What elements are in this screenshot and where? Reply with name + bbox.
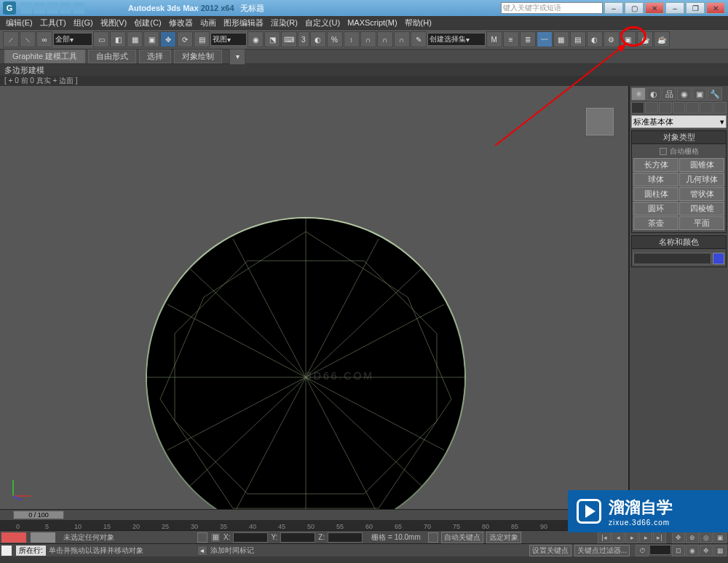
menu-help[interactable]: 帮助(H) [402,17,435,28]
menu-maxscript[interactable]: MAXScript(M) [344,18,400,27]
cylinder-button[interactable]: 圆柱体 [633,187,678,201]
goto-start-icon[interactable]: |◂ [598,532,611,543]
selection-filter-dropdown[interactable]: 全部▾ [53,33,92,46]
cameras-subtab-icon[interactable] [673,102,686,114]
object-name-input[interactable] [633,253,711,264]
z-input[interactable] [328,532,363,543]
geometry-subtab-icon[interactable] [631,102,644,114]
snap-percent-icon[interactable]: % [327,31,343,47]
select-region-icon[interactable]: ▦ [127,31,143,47]
minimize-button[interactable]: – [604,2,623,14]
rollout-name-color[interactable]: 名称和颜色 [631,235,727,249]
qat-undo-icon[interactable] [60,2,71,14]
render-setup-icon[interactable]: ⚙ [604,31,620,47]
coord-mode-icon[interactable]: ⊞ [210,532,221,543]
lights-subtab-icon[interactable] [659,102,672,114]
selection-set-label[interactable]: 选定对象 [486,532,521,543]
menu-render[interactable]: 渲染(R) [268,17,301,28]
ribbon-tab-freeform[interactable]: 自由形式 [88,50,136,63]
magnet-2-icon[interactable]: ∩ [377,31,393,47]
add-time-tag[interactable]: 添加时间标记 [210,546,254,556]
time-slider-thumb[interactable]: 0 / 100 [13,511,64,519]
time-config-icon[interactable]: ⏱ [636,545,649,556]
close-button-2[interactable]: ✕ [706,2,725,14]
snap2d-icon[interactable]: 3 [298,31,309,47]
menu-graph[interactable]: 图形编辑器 [221,17,266,28]
object-color-swatch[interactable] [713,253,724,264]
align-icon[interactable]: ≡ [503,31,519,47]
shapes-subtab-icon[interactable] [645,102,658,114]
x-input[interactable] [233,532,268,543]
ref-coord-dropdown[interactable]: 视图▾ [210,33,247,46]
menu-group[interactable]: 组(G) [71,17,96,28]
menu-modifiers[interactable]: 修改器 [166,17,196,28]
viewport-label[interactable]: [ + 0 前 0 真实 + 边面 ] [0,76,728,86]
manip-icon[interactable]: ⬔ [264,31,280,47]
nav-7-icon[interactable]: ✥ [700,545,713,556]
geosphere-object[interactable] [146,217,466,509]
teapot-button[interactable]: 茶壶 [633,216,678,230]
script-icon[interactable] [1,546,12,556]
qat-open-icon[interactable] [33,2,45,14]
y-input[interactable] [280,532,315,543]
status-grey-block[interactable] [31,532,55,543]
motion-tab-icon[interactable]: ◉ [677,87,692,101]
render-icon[interactable]: ☕ [637,31,653,47]
help-search-input[interactable]: 键入关键字或短语 [501,2,603,14]
create-tab-icon[interactable]: ✳ [631,87,646,101]
viewport[interactable]: 3D66.COM [0,86,629,509]
qat-redo-icon[interactable] [73,2,84,14]
ribbon-tab-graphite[interactable]: Graphite 建模工具 [4,50,85,63]
material-editor-icon[interactable]: ◐ [587,31,603,47]
nav-5-icon[interactable]: ⊡ [672,545,685,556]
autokey-button[interactable]: 自动关键点 [441,532,483,543]
spinner-snap-icon[interactable]: ↕ [344,31,360,47]
box-button[interactable]: 长方体 [633,158,678,172]
menu-create[interactable]: 创建(C) [131,17,164,28]
select-icon[interactable]: ▭ [93,31,109,47]
keyboard-icon[interactable]: ⌨ [281,31,297,47]
scale-icon[interactable]: ▤ [194,31,210,47]
mirror-icon[interactable]: M [486,31,502,47]
helpers-subtab-icon[interactable] [686,102,699,114]
frame-input[interactable] [649,545,671,555]
setkey-button[interactable]: 设置关键点 [529,545,571,556]
tag-icon[interactable]: ◂ [197,546,207,556]
nav-3-icon[interactable]: ◎ [700,532,713,543]
lock2-icon[interactable] [428,532,438,543]
link-icon[interactable]: ⟋ [3,31,19,47]
nav-6-icon[interactable]: ◉ [686,545,699,556]
status-red-block[interactable] [1,532,26,543]
autogrid-checkbox[interactable] [660,148,667,155]
window-crossing-icon[interactable]: ▣ [143,31,159,47]
magnet-3-icon[interactable]: ∩ [394,31,410,47]
schematic-icon[interactable]: ▦ [553,31,569,47]
menu-tools[interactable]: 工具(T) [37,17,69,28]
select-name-icon[interactable]: ◧ [110,31,126,47]
minimize-button-2[interactable]: – [665,2,684,14]
prev-frame-icon[interactable]: ◂ [612,532,625,543]
teapot-icon[interactable]: ☕ [654,31,670,47]
plane-button[interactable]: 平面 [679,216,724,230]
viewcube[interactable] [586,108,614,135]
lock-icon[interactable] [197,532,207,543]
rotate-icon[interactable]: ⟳ [177,31,193,47]
hierarchy-tab-icon[interactable]: 品 [662,87,676,101]
selection-set-dropdown[interactable]: 创建选择集▾ [427,33,486,46]
nav-8-icon[interactable]: ▦ [713,545,727,556]
nav-1-icon[interactable]: ✥ [672,532,685,543]
bind-icon[interactable]: ∞ [36,31,52,47]
pivot-icon[interactable]: ◉ [248,31,264,47]
dope-sheet-icon[interactable]: ▤ [570,31,586,47]
curve-editor-icon[interactable]: 〰 [537,31,553,47]
layers-icon[interactable]: ≣ [520,31,536,47]
category-dropdown[interactable]: 标准基本体▾ [631,115,727,128]
ribbon-tab-paint[interactable]: 对象绘制 [174,50,222,63]
menu-view[interactable]: 视图(V) [98,17,130,28]
qat-save-icon[interactable] [47,2,58,14]
qat-new-icon[interactable] [20,2,32,14]
nav-4-icon[interactable]: ▣ [713,532,727,543]
next-frame-icon[interactable]: ▸ [639,532,652,543]
ribbon-tab-selection[interactable]: 选择 [139,50,171,63]
cone-button[interactable]: 圆锥体 [679,158,724,172]
